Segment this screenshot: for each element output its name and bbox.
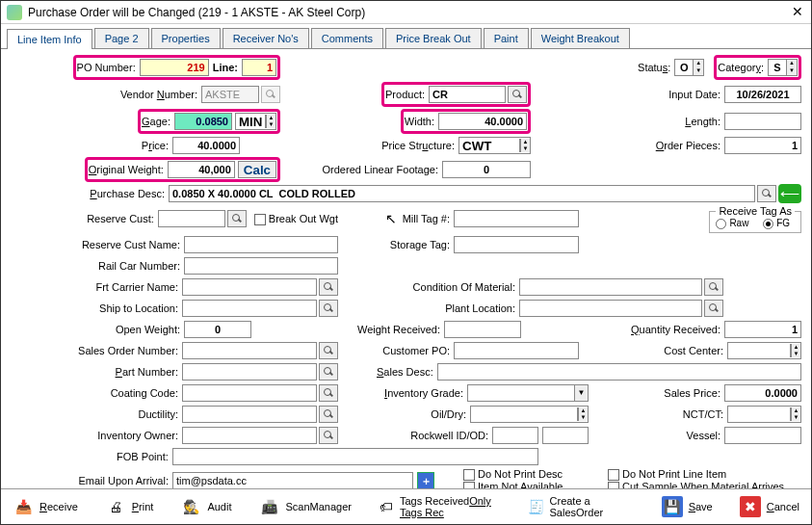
plant-location-lookup-icon[interactable]	[704, 300, 723, 317]
save-button[interactable]: 💾 Save	[656, 494, 719, 519]
tab-paint[interactable]: Paint	[484, 28, 529, 48]
tab-comments[interactable]: Comments	[311, 28, 383, 48]
input-date-field[interactable]	[724, 86, 801, 103]
part-number-lookup-icon[interactable]	[319, 363, 338, 381]
chevron-down-icon[interactable]: ▼	[786, 67, 797, 75]
order-pieces-field[interactable]	[724, 137, 801, 154]
tab-properties[interactable]: Properties	[151, 28, 221, 48]
chevron-up-icon[interactable]: ▲	[791, 344, 800, 351]
status-field[interactable]	[675, 60, 693, 75]
chevron-up-icon[interactable]: ▲	[520, 139, 530, 145]
quantity-received-field[interactable]	[724, 321, 801, 338]
oil-dry-field[interactable]	[471, 407, 577, 422]
gage-unit-field[interactable]	[236, 114, 265, 129]
close-icon[interactable]: ✕	[790, 5, 805, 20]
product-field[interactable]	[429, 86, 506, 103]
inventory-owner-lookup-icon[interactable]	[319, 427, 338, 444]
email-upon-arrival-field[interactable]	[172, 472, 413, 488]
break-out-wgt-checkbox[interactable]	[254, 214, 266, 225]
mill-tag-field[interactable]	[454, 210, 579, 227]
chevron-down-icon[interactable]: ▼	[693, 67, 703, 75]
chevron-down-icon[interactable]: ▼	[791, 351, 800, 357]
ship-to-lookup-icon[interactable]	[319, 300, 338, 317]
plant-location-field[interactable]	[519, 300, 702, 317]
add-email-button[interactable]: ＋	[417, 472, 434, 488]
original-weight-field[interactable]	[168, 161, 235, 178]
chevron-down-icon[interactable]: ▼	[266, 121, 275, 128]
condition-of-material-field[interactable]	[519, 278, 702, 296]
do-not-print-desc-checkbox[interactable]	[463, 469, 475, 481]
tab-page-2[interactable]: Page 2	[94, 28, 149, 48]
purchase-desc-lookup-icon[interactable]	[757, 185, 776, 202]
storage-tag-field[interactable]	[454, 236, 579, 253]
fg-radio[interactable]	[763, 219, 773, 229]
coating-code-field[interactable]	[182, 384, 317, 402]
tab-price-break-out[interactable]: Price Break Out	[385, 28, 482, 48]
width-field[interactable]	[438, 113, 527, 130]
calc-button[interactable]: Calc	[238, 161, 276, 178]
frt-carrier-name-field[interactable]	[182, 278, 317, 296]
tab-weight-breakout[interactable]: Weight Breakout	[531, 28, 630, 48]
sales-order-number-field[interactable]	[182, 342, 317, 359]
chevron-down-icon[interactable]: ▼	[791, 414, 800, 421]
open-weight-field[interactable]	[184, 321, 251, 338]
inventory-grade-field[interactable]	[468, 385, 574, 401]
price-field[interactable]	[172, 137, 240, 154]
tab-line-item-info[interactable]: Line Item Info	[7, 29, 92, 49]
raw-radio[interactable]	[716, 219, 726, 229]
back-icon[interactable]: ⟵	[778, 184, 801, 203]
part-number-field[interactable]	[182, 363, 317, 381]
chevron-down-icon[interactable]: ▼	[520, 145, 530, 152]
sales-price-field[interactable]	[724, 384, 801, 402]
create-sales-order-button[interactable]: 🧾 Create a SalesOrder	[522, 493, 625, 520]
chevron-down-icon[interactable]: ▼	[574, 385, 588, 401]
category-field[interactable]	[769, 60, 786, 75]
weight-received-field[interactable]	[444, 321, 521, 338]
line-field[interactable]	[242, 59, 276, 76]
status-spinner[interactable]: ▲▼	[674, 59, 704, 76]
sales-desc-field[interactable]	[437, 363, 801, 381]
purchase-desc-field[interactable]	[169, 185, 755, 202]
ductility-field[interactable]	[182, 406, 317, 423]
item-not-available-checkbox[interactable]	[463, 482, 475, 488]
category-spinner[interactable]: ▲▼	[768, 59, 798, 76]
tab-receiver-nos[interactable]: Receiver No's	[223, 28, 309, 48]
condition-lookup-icon[interactable]	[704, 278, 723, 296]
coating-code-lookup-icon[interactable]	[319, 384, 338, 402]
sales-order-lookup-icon[interactable]	[319, 342, 338, 359]
scan-manager-button[interactable]: 📠 ScanManager	[252, 494, 357, 519]
rockwell-od-field[interactable]	[542, 427, 589, 444]
tags-received-button[interactable]: 🏷 Tags ReceivedOnly Tags Rec	[373, 493, 507, 520]
print-button[interactable]: 🖨 Print	[99, 494, 160, 519]
rockwell-id-field[interactable]	[492, 427, 538, 444]
chevron-down-icon[interactable]: ▼	[578, 414, 588, 421]
reserve-cust-lookup-icon[interactable]	[227, 210, 247, 227]
ship-to-location-field[interactable]	[182, 300, 317, 317]
receive-button[interactable]: 📥 Receive	[7, 494, 84, 519]
gage-field[interactable]	[174, 113, 232, 130]
cancel-button[interactable]: ✖ Cancel	[734, 494, 805, 519]
vendor-number-field[interactable]	[201, 86, 259, 103]
vendor-lookup-icon[interactable]	[261, 86, 280, 103]
frt-carrier-lookup-icon[interactable]	[319, 278, 338, 296]
inventory-owner-field[interactable]	[182, 427, 317, 444]
chevron-up-icon[interactable]: ▲	[693, 60, 703, 67]
reserve-cust-name-field[interactable]	[184, 236, 338, 253]
customer-po-field[interactable]	[454, 342, 579, 359]
chevron-up-icon[interactable]: ▲	[266, 115, 275, 121]
reserve-cust-field[interactable]	[158, 210, 225, 227]
fob-point-field[interactable]	[172, 448, 538, 465]
po-number-field[interactable]	[140, 59, 209, 76]
ordered-linear-footage-field[interactable]	[442, 161, 531, 178]
cost-center-field[interactable]	[728, 343, 790, 358]
length-field[interactable]	[724, 113, 801, 130]
ductility-lookup-icon[interactable]	[319, 406, 338, 423]
rail-car-number-field[interactable]	[184, 257, 338, 275]
vessel-field[interactable]	[724, 427, 801, 444]
audit-button[interactable]: 🕵 Audit	[174, 494, 237, 519]
product-lookup-icon[interactable]	[508, 86, 527, 103]
do-not-print-line-item-checkbox[interactable]	[608, 469, 619, 481]
price-structure-field[interactable]	[459, 138, 519, 153]
cut-sample-checkbox[interactable]	[608, 482, 619, 488]
nct-ct-field[interactable]	[728, 407, 790, 422]
